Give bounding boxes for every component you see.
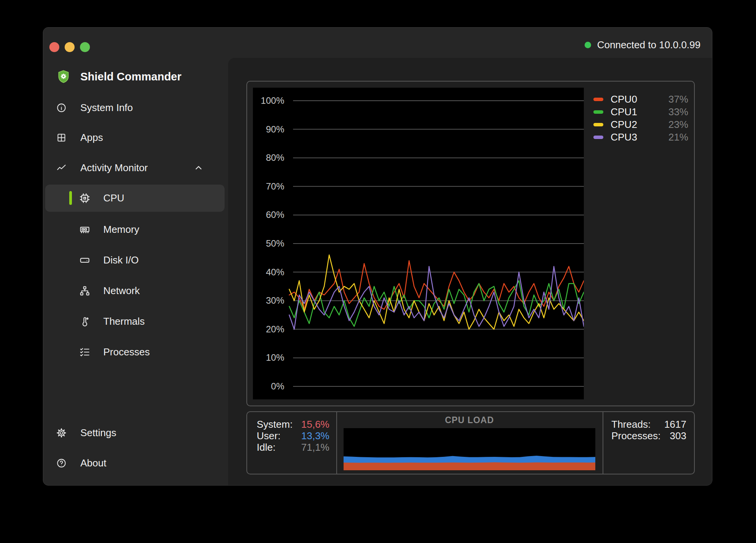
cpu0-swatch-icon — [593, 98, 603, 101]
memory-icon — [79, 224, 90, 235]
info-icon — [56, 103, 67, 113]
svg-text:80%: 80% — [266, 152, 284, 163]
stat-row-user: User: 13,3% — [257, 430, 329, 442]
cpu1-swatch-icon — [593, 110, 603, 114]
cpu-load-area-chart — [344, 428, 595, 470]
sidebar-item-label: About — [80, 457, 106, 469]
legend-value: 33% — [668, 106, 688, 118]
stat-row-system: System: 15,6% — [257, 419, 329, 430]
selected-row-highlight — [45, 185, 225, 212]
cpu2-swatch-icon — [593, 123, 603, 126]
stat-label: User: — [257, 430, 280, 442]
svg-text:90%: 90% — [266, 124, 284, 134]
stat-value: 13,3% — [301, 430, 329, 442]
sidebar-item-settings[interactable]: Settings — [56, 422, 116, 443]
counter-row-threads: Threads: 1617 — [611, 419, 686, 430]
sidebar-item-label: Memory — [103, 224, 139, 236]
svg-text:30%: 30% — [266, 295, 284, 306]
legend-item-cpu0: CPU0 37% — [593, 93, 688, 106]
cpu-load-mini-chart — [344, 428, 595, 470]
sidebar-item-label: Processes — [103, 346, 150, 358]
sidebar-item-cpu[interactable]: CPU — [79, 187, 124, 209]
apps-grid-icon — [56, 132, 67, 143]
counter-value: 303 — [670, 430, 686, 442]
stat-value: 71,1% — [301, 442, 329, 453]
connection-status: Connected to 10.0.0.99 — [585, 39, 701, 51]
zoom-button[interactable] — [80, 42, 90, 52]
process-counters-panel: Threads: 1617 Processes: 303 — [611, 419, 686, 442]
sidebar-item-label: Disk I/O — [103, 254, 138, 266]
legend-item-cpu3: CPU3 21% — [593, 131, 688, 144]
sidebar-item-network[interactable]: Network — [79, 280, 140, 301]
svg-text:40%: 40% — [266, 267, 284, 277]
cpu-load-title: CPU LOAD — [336, 415, 603, 425]
app-window: Connected to 10.0.0.99 Shield Commander — [43, 27, 712, 486]
sidebar-item-thermals[interactable]: Thermals — [79, 311, 145, 332]
sidebar-item-disk-io[interactable]: Disk I/O — [79, 249, 138, 271]
legend-label: CPU1 — [611, 106, 637, 118]
sidebar-item-label: Activity Monitor — [80, 162, 148, 174]
network-icon — [79, 285, 90, 296]
sidebar-item-label: Settings — [80, 427, 116, 439]
legend-value: 23% — [668, 119, 688, 131]
app-title: Shield Commander — [80, 70, 181, 83]
cpu-chip-icon — [79, 193, 90, 204]
minimize-button[interactable] — [65, 42, 75, 52]
counter-label: Threads: — [611, 419, 651, 430]
legend-label: CPU3 — [611, 131, 637, 143]
selected-accent-bar — [69, 191, 72, 205]
sidebar-item-memory[interactable]: Memory — [79, 219, 139, 240]
question-icon — [56, 458, 67, 468]
svg-text:0%: 0% — [271, 381, 284, 391]
legend-label: CPU0 — [611, 93, 637, 105]
cpu-history-plot: 100%90%80%70%60%50%40%30%20%10%0% — [253, 88, 584, 399]
svg-text:70%: 70% — [266, 181, 284, 191]
sidebar-item-label: Thermals — [103, 316, 145, 327]
connection-status-label: Connected to 10.0.0.99 — [597, 39, 701, 51]
sidebar-item-processes[interactable]: Processes — [79, 341, 150, 363]
cpu-stats-panel: System: 15,6% User: 13,3% Idle: 71,1% — [257, 419, 329, 453]
sidebar-item-label: System Info — [80, 102, 133, 114]
chevron-up-icon[interactable] — [194, 163, 204, 173]
disk-icon — [79, 255, 90, 266]
counter-value: 1617 — [664, 419, 686, 430]
sidebar-item-about[interactable]: About — [56, 452, 106, 474]
sidebar-item-activity-monitor[interactable]: Activity Monitor — [56, 157, 148, 178]
sidebar-item-label: Network — [103, 285, 140, 297]
processes-checklist-icon — [79, 347, 90, 358]
sidebar-item-apps[interactable]: Apps — [56, 127, 103, 148]
stat-row-idle: Idle: 71,1% — [257, 442, 329, 453]
svg-text:100%: 100% — [261, 95, 284, 106]
counter-label: Processes: — [611, 430, 661, 442]
legend-item-cpu1: CPU1 33% — [593, 106, 688, 118]
legend-value: 21% — [668, 131, 688, 143]
svg-text:50%: 50% — [266, 238, 284, 249]
stat-label: System: — [257, 419, 293, 430]
cpu3-swatch-icon — [593, 136, 603, 139]
legend-value: 37% — [668, 93, 688, 105]
legend-label: CPU2 — [611, 119, 637, 131]
gear-icon — [56, 428, 67, 438]
counter-row-processes: Processes: 303 — [611, 430, 686, 442]
cpu-history-line-chart: 100%90%80%70%60%50%40%30%20%10%0% — [253, 88, 584, 399]
close-button[interactable] — [49, 42, 59, 52]
sidebar-item-label: CPU — [103, 192, 124, 204]
app-header: Shield Commander — [56, 68, 181, 85]
svg-text:60%: 60% — [266, 209, 284, 220]
desktop: Connected to 10.0.0.99 Shield Commander — [0, 0, 756, 543]
connection-status-dot-icon — [585, 42, 591, 48]
activity-chart-icon — [56, 163, 67, 173]
svg-text:20%: 20% — [266, 324, 284, 334]
stat-label: Idle: — [257, 442, 275, 453]
shield-logo-icon — [56, 69, 71, 84]
legend-item-cpu2: CPU2 23% — [593, 118, 688, 131]
thermometer-icon — [79, 316, 90, 327]
sidebar-item-system-info[interactable]: System Info — [56, 97, 133, 118]
stat-value: 15,6% — [301, 419, 329, 430]
chart-legend: CPU0 37% CPU1 33% CPU2 23% CPU3 21% — [593, 93, 688, 144]
sidebar-item-label: Apps — [80, 132, 103, 144]
svg-text:10%: 10% — [266, 352, 284, 363]
cpu-load-bottom-bar: System: 15,6% User: 13,3% Idle: 71,1% CP… — [246, 411, 695, 474]
divider — [603, 412, 603, 474]
